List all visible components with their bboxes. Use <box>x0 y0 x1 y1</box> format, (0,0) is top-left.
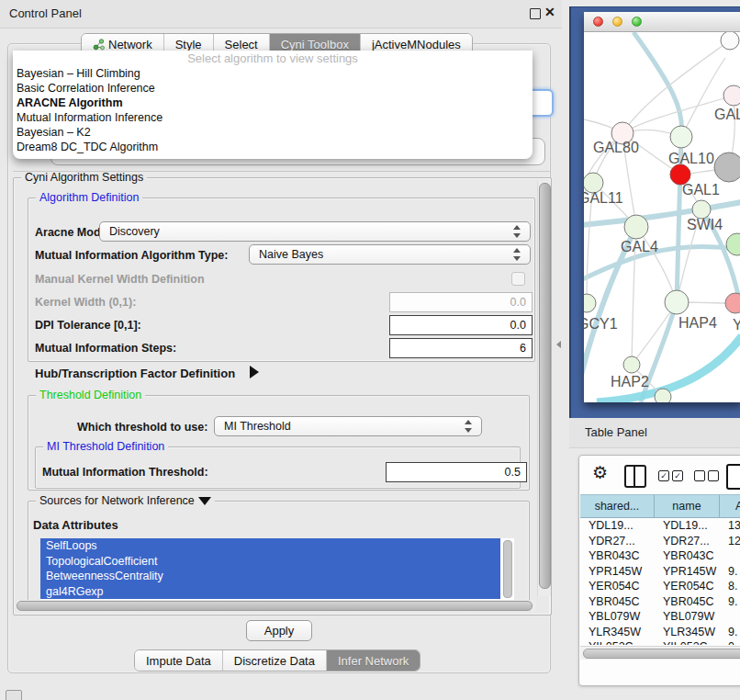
mi-type-label: Mutual Information Algorithm Type: <box>35 249 228 262</box>
scrollbar-thumb[interactable] <box>539 183 551 589</box>
node-label: GCY1 <box>584 316 618 332</box>
table-row[interactable]: YBR043C YBR043C <box>580 548 740 564</box>
expand-arrow-icon[interactable] <box>250 366 259 378</box>
checked-column-icon[interactable]: ✓ <box>658 470 669 481</box>
algorithm-option[interactable]: Mutual Information Inference <box>13 110 533 125</box>
screen: { "control_panel": { "title": "Control P… <box>0 0 740 700</box>
cell-name: YBR043C <box>655 548 720 564</box>
network-canvas[interactable]: GAL GAL80 GAL10 GAL1 GAL11 SWI4 GAL4 GCY… <box>584 32 740 402</box>
manual-kernel-checkbox[interactable] <box>511 272 525 286</box>
apply-button[interactable]: Apply <box>246 620 312 641</box>
column-header-shared-name[interactable]: shared... <box>580 494 655 518</box>
cell-name: YBL079W <box>655 609 720 625</box>
node-hap2[interactable] <box>623 356 640 373</box>
table-horizontal-scrollbar[interactable] <box>580 646 740 660</box>
group-title: Cyni Algorithm Settings <box>21 171 147 184</box>
algorithm-option[interactable]: Dream8 DC_TDC Algorithm <box>13 140 533 154</box>
combo-spinner-icon <box>464 420 472 433</box>
attribute-item-selected[interactable]: SelfLoops <box>40 538 500 554</box>
table-row[interactable]: YER054C YER054C 8. <box>580 579 740 594</box>
node-y-partial[interactable] <box>725 293 740 313</box>
table-row[interactable]: YDL19... YDL19... 13 <box>580 518 740 534</box>
table-row[interactable]: YBR045C YBR045C 9. <box>580 594 740 610</box>
cell-name: YDL19... <box>655 518 720 534</box>
table-row[interactable]: YPR145W YPR145W 9. <box>580 564 740 580</box>
list-scrollbar-thumb[interactable] <box>503 540 512 598</box>
node-hap4[interactable] <box>665 290 689 314</box>
cell-shared-name: YIL052C <box>580 639 655 645</box>
close-panel-icon[interactable]: ✕ <box>544 5 555 19</box>
dpi-tolerance-field[interactable]: 0.0 <box>389 315 533 335</box>
collapse-arrow-icon[interactable] <box>198 497 211 505</box>
combo-value: MI Threshold <box>224 420 464 433</box>
algorithm-option[interactable]: Bayesian – K2 <box>13 125 533 140</box>
cell-shared-name: YPR145W <box>580 564 655 580</box>
node-unlabeled[interactable] <box>721 32 739 50</box>
attribute-item-selected[interactable]: gal4RGexp <box>40 584 500 600</box>
cell-shared-name: YDR27... <box>580 534 655 549</box>
window-zoom-button[interactable] <box>632 17 642 27</box>
table-body: YDL19... YDL19... 13 YDR27... YDR27... 1… <box>580 518 740 645</box>
table-row[interactable]: YLR345W YLR345W 9. <box>580 625 740 640</box>
splitter-handle-icon[interactable] <box>556 341 561 348</box>
mi-steps-field[interactable]: 6 <box>389 338 533 358</box>
which-threshold-combo[interactable]: MI Threshold <box>214 416 482 436</box>
table-icon[interactable] <box>726 464 740 490</box>
checked-column-icon[interactable]: ✓ <box>672 470 683 481</box>
scrollbar-thumb[interactable] <box>583 649 740 659</box>
node-swi4[interactable] <box>692 200 711 219</box>
tab-infer-network[interactable]: Infer Network <box>327 650 420 671</box>
column-header-name[interactable]: name <box>655 494 720 518</box>
cell-shared-name: YLR345W <box>580 625 655 640</box>
node-gal4[interactable] <box>624 215 648 239</box>
table-row[interactable]: YBL079W YBL079W <box>580 609 740 625</box>
algorithm-option[interactable]: Basic Correlation Inference <box>13 81 533 96</box>
network-window-titlebar[interactable] <box>584 12 740 32</box>
scrollbar-thumb[interactable] <box>17 601 533 611</box>
cell-name: YIL052C <box>655 639 720 645</box>
table-row[interactable]: YIL052C YIL052C 0. <box>580 639 740 645</box>
cell-value: 0. <box>720 639 740 645</box>
tab-label: Network <box>108 38 152 51</box>
node-label: HAP4 <box>678 315 717 331</box>
float-panel-icon[interactable] <box>530 8 541 19</box>
kernel-width-field[interactable]: 0.0 <box>389 292 533 312</box>
settings-vertical-scrollbar[interactable] <box>537 181 551 596</box>
settings-horizontal-scrollbar[interactable] <box>17 600 536 611</box>
network-graph: GAL GAL80 GAL10 GAL1 GAL11 SWI4 GAL4 GCY… <box>584 32 740 402</box>
mi-type-combo[interactable]: Naive Bayes <box>249 244 531 265</box>
node-gray[interactable] <box>714 152 740 182</box>
algorithm-option[interactable]: Bayesian – Hill Climbing <box>13 66 533 81</box>
gear-icon[interactable]: ⚙ <box>592 464 608 482</box>
table-row[interactable]: YDR27... YDR27... 12 <box>580 534 740 549</box>
window-close-button[interactable] <box>593 17 603 27</box>
window-minimize-button[interactable] <box>612 17 622 27</box>
group-title: MI Threshold Definition <box>43 440 168 453</box>
group-title: Threshold Definition <box>36 389 145 401</box>
aracne-mode-combo[interactable]: Discovery <box>99 221 531 242</box>
attribute-item-selected[interactable]: BetweennessCentrality <box>40 569 500 584</box>
mi-steps-label: Mutual Information Steps: <box>35 342 176 355</box>
node-label: GAL <box>714 107 740 122</box>
cell-value: 9. <box>720 564 740 580</box>
control-panel-title: Control Panel <box>9 6 82 20</box>
mi-threshold-field[interactable]: 0.5 <box>386 462 527 482</box>
node-right-green[interactable] <box>726 233 740 255</box>
attribute-item-selected[interactable]: TopologicalCoefficient <box>40 554 500 570</box>
algorithm-option-selected[interactable]: ARACNE Algorithm <box>13 96 533 110</box>
unchecked-column-icon[interactable] <box>708 470 719 481</box>
node-gal10[interactable] <box>670 126 692 148</box>
node-gal-partial[interactable] <box>723 85 740 106</box>
tab-label: Discretize Data <box>234 654 315 668</box>
tab-impute-data[interactable]: Impute Data <box>135 650 223 671</box>
network-view-window: GAL GAL80 GAL10 GAL1 GAL11 SWI4 GAL4 GCY… <box>584 12 740 402</box>
group-title: Sources for Network Inference <box>36 494 215 507</box>
cell-value <box>720 548 740 564</box>
unchecked-column-icon[interactable] <box>694 470 705 481</box>
tab-discretize-data[interactable]: Discretize Data <box>223 650 327 671</box>
split-view-icon[interactable] <box>624 465 646 488</box>
node-gcy1[interactable] <box>584 294 596 312</box>
node-bottom-green[interactable] <box>655 389 671 402</box>
dock-icon-partial[interactable] <box>6 690 22 700</box>
column-header-partial[interactable]: A <box>720 494 740 518</box>
